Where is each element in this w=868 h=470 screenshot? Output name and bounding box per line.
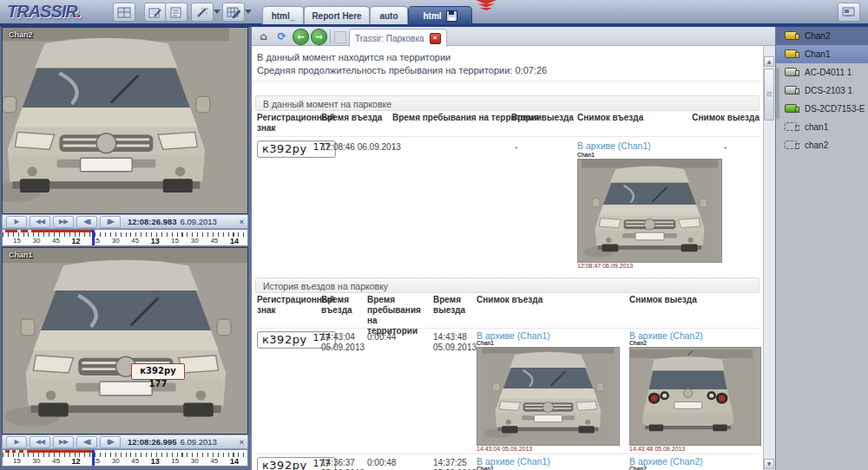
camera-gray-icon xyxy=(785,68,797,76)
wand-dropdown-icon[interactable] xyxy=(214,10,220,14)
entry-archive-link[interactable]: В архиве (Chan1) xyxy=(577,140,651,151)
screen-layout-icon[interactable] xyxy=(113,3,135,22)
column-header: Снимок выезда xyxy=(629,295,697,305)
exit-time-cell: 14:37:2505.09.2013 xyxy=(433,458,477,470)
camera-empty-icon xyxy=(785,140,797,149)
automation-wand-icon[interactable] xyxy=(191,3,214,22)
forward-icon[interactable]: → xyxy=(311,29,327,45)
report-browser-panel: ⌂ ⟳ ← → Trassir: Парковка × В данный мом… xyxy=(252,27,775,470)
sidebar-item-chan2-lower[interactable]: chan2 xyxy=(776,136,868,154)
close-icon[interactable]: × xyxy=(240,438,244,447)
video-frame-chan1[interactable]: Chan1 к392ру 177 xyxy=(2,247,248,434)
browser-tab-parking[interactable]: Trassir: Парковка × xyxy=(349,29,447,47)
jump-end-icon[interactable]: ▶▶ xyxy=(53,216,74,228)
column-header: Время выезда xyxy=(511,113,574,123)
camera-yellow-icon xyxy=(785,49,797,58)
report-template-icon[interactable] xyxy=(165,3,187,22)
disabled-tab-stub xyxy=(334,31,346,43)
exit-time-cell: 14:43:4805.09.2013 xyxy=(433,332,477,353)
sidebar-item-chan1[interactable]: Chan1 xyxy=(776,45,868,63)
exit-snapshot-cell: - xyxy=(724,142,727,153)
jump-start-icon[interactable]: ◀◀ xyxy=(30,216,50,228)
status-line-current: В данный момент находится на территории xyxy=(257,52,450,62)
step-back-icon[interactable]: ◀▮ xyxy=(76,436,97,448)
timeline-ruler-chan1[interactable]: 153045121530451315304514 xyxy=(2,449,248,467)
scrollbar-thumb[interactable] xyxy=(764,69,774,121)
playback-timestamp: 12:08:26.9836.09.2013 xyxy=(128,217,217,226)
column-header: Регистрационный знак xyxy=(257,113,325,134)
nav-separator xyxy=(330,29,331,42)
scroll-up-icon[interactable]: ▲ xyxy=(764,56,774,67)
snapshot-timestamp: 14:43:48 05.09.2013 xyxy=(629,446,685,452)
entry-time-cell: 14:36:3705.09.2013 xyxy=(321,458,365,470)
ruler-labels: 153045121530451315304514 xyxy=(3,457,248,466)
panel-toggle-button[interactable]: »» xyxy=(838,3,860,22)
sidebar-item-ds-2cd7153[interactable]: DS-2CD7153-E 1 xyxy=(776,100,868,118)
column-header: Регистрационный знак xyxy=(257,295,325,316)
section-header-current: В данный момент на парковке xyxy=(255,95,760,111)
entry-snapshot[interactable] xyxy=(577,159,722,263)
camera-gray-icon xyxy=(785,86,797,95)
sidebar-item-dcs-2103[interactable]: DCS-2103 1 xyxy=(776,82,868,100)
entry-time-cell: 14:43:0405.09.2013 xyxy=(321,332,365,353)
stay-time-cell: - xyxy=(392,142,395,153)
column-header: Снимок въезда xyxy=(577,113,643,123)
home-icon[interactable]: ⌂ xyxy=(256,29,271,43)
ruler-labels: 153045121530451315304514 xyxy=(3,237,248,245)
playback-timestamp: 12:08:26.9956.09.2013 xyxy=(128,437,217,447)
column-header: Время въезда xyxy=(321,295,363,316)
tab-auto[interactable]: auto xyxy=(370,6,408,24)
snapshot-channel-label: Chan1 xyxy=(477,340,494,346)
jump-end-icon[interactable]: ▶▶ xyxy=(53,436,74,448)
entry-snapshot[interactable] xyxy=(477,347,620,446)
snapshot-channel-label: Chan2 xyxy=(629,466,647,470)
column-header: Снимок выезда xyxy=(692,113,760,123)
scroll-down-icon[interactable]: ▼ xyxy=(764,459,774,469)
jump-start-icon[interactable]: ◀◀ xyxy=(30,436,50,448)
edit-template-icon[interactable] xyxy=(144,3,167,22)
tab-close-icon[interactable]: × xyxy=(430,33,441,44)
sidebar-item-ac-d4011[interactable]: AC-D4011 1 xyxy=(776,63,868,82)
tab-report-here[interactable]: Report Here xyxy=(304,6,370,24)
settings-grid-icon[interactable] xyxy=(222,3,245,22)
browser-nav-bar: ⌂ ⟳ ← → Trassir: Парковка × xyxy=(252,27,775,46)
divider xyxy=(255,328,760,329)
video-frame-chan2[interactable]: Chan2 xyxy=(2,27,248,214)
tab-html-active[interactable]: html xyxy=(408,6,472,24)
playhead[interactable] xyxy=(92,450,95,467)
column-header: Снимок въезда xyxy=(477,295,542,305)
section-header-history: История въездов на парковку xyxy=(255,277,760,293)
close-icon[interactable]: × xyxy=(240,218,244,226)
tab-html-underscore[interactable]: html_ xyxy=(262,6,304,24)
stay-time-cell: 0:00:44 xyxy=(367,332,396,343)
settings-dropdown-icon[interactable] xyxy=(245,10,252,14)
step-back-icon[interactable]: ◀▮ xyxy=(76,216,97,228)
camera-empty-icon xyxy=(785,122,797,131)
trassir-window: TRASSIR. html_ Report Here auto html »» … xyxy=(0,0,868,470)
step-forward-icon[interactable]: ▮▶ xyxy=(100,436,121,448)
play-icon[interactable]: ▶ xyxy=(6,216,27,228)
svg-text:»»: »» xyxy=(845,12,852,18)
divider xyxy=(255,136,760,137)
playback-bar-chan1: ▶ ◀◀ ▶▶ ◀▮ ▮▶ 12:08:26.9956.09.2013 × xyxy=(2,434,248,449)
status-line-average: Средняя продолжительность пребывания на … xyxy=(257,65,547,75)
trassir-logo: TRASSIR. xyxy=(7,2,81,22)
timeline-ruler-chan2[interactable]: 153045121530451315304514 xyxy=(2,229,248,246)
play-icon[interactable]: ▶ xyxy=(6,436,27,448)
column-header: Время пребывания на территории xyxy=(367,295,426,336)
sidebar-item-chan1-lower[interactable]: chan1 xyxy=(776,118,868,136)
stay-time-cell: 0:00:48 xyxy=(367,458,396,468)
channel-label: Chan2 xyxy=(9,30,33,39)
refresh-icon[interactable]: ⟳ xyxy=(274,29,289,43)
sidebar-item-chan2[interactable]: Chan2 xyxy=(776,27,868,45)
divider xyxy=(252,81,760,82)
column-header: Время въезда xyxy=(321,113,382,123)
exit-snapshot[interactable] xyxy=(629,347,761,446)
step-forward-icon[interactable]: ▮▶ xyxy=(100,216,121,228)
exit-time-cell: - xyxy=(515,142,517,153)
save-disk-icon xyxy=(446,10,457,22)
column-header: Время выезда xyxy=(433,295,472,316)
snapshot-channel-label: Chan1 xyxy=(477,466,494,470)
playhead[interactable] xyxy=(92,230,95,246)
back-icon[interactable]: ← xyxy=(293,29,309,45)
